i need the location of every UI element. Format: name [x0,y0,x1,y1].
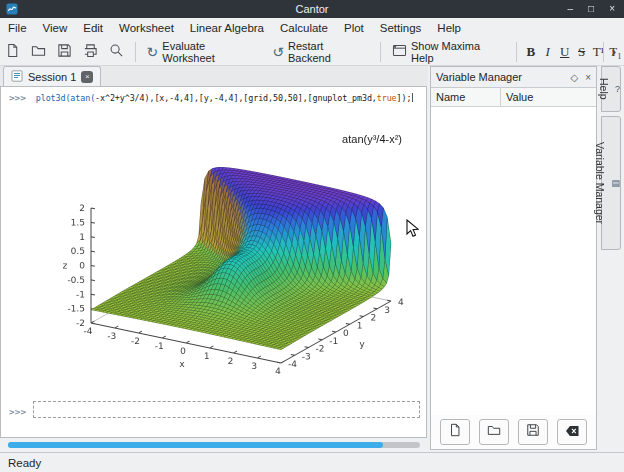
print-button[interactable] [79,40,103,64]
side-tab-help[interactable]: ? Help [601,66,621,112]
variable-manager-panel: Variable Manager ◇ × Name Value [430,66,597,450]
empty-command-entry[interactable] [33,401,420,418]
clear-backspace-icon [565,423,580,441]
restart-icon: ↺ [272,45,284,59]
close-button[interactable]: × [609,0,615,18]
menu-view[interactable]: View [35,18,76,38]
worksheet: >>> plot3d(atan(-x^2+y^3/4),[x,-4,4],[y,… [0,86,427,438]
menu-plot[interactable]: Plot [336,18,372,38]
tab-session-1[interactable]: Session 1 × [3,66,101,86]
evaluate-worksheet-button[interactable]: ↻ Evaluate Worksheet [141,40,267,64]
show-maxima-help-button[interactable]: Show Maxima Help [386,40,511,64]
command-prompt: >>> [9,92,26,103]
cantor-app-icon [6,3,18,15]
help-icon: ? [615,84,620,94]
restart-backend-button[interactable]: ↺ Restart Backend [266,40,375,64]
side-tab-strip: ? Help ▤ Variable Manager [599,66,624,452]
toolbar-separator [380,42,381,62]
toolbar-separator [603,42,604,62]
command-segment: plot3d( [36,93,71,103]
restart-label: Restart Backend [288,40,369,64]
toolbar-overflow-button[interactable]: › [606,42,622,62]
side-tab-label: Help [598,78,610,100]
menu-help[interactable]: Help [429,18,469,38]
progress-fill [8,442,383,448]
new-worksheet-button[interactable] [1,40,25,64]
evaluate-icon: ↻ [147,45,159,59]
new-document-icon [5,43,20,60]
toolbar-separator [516,42,517,62]
menu-settings[interactable]: Settings [372,18,430,38]
maximize-button[interactable]: □ [588,0,594,18]
bold-button[interactable]: B [522,41,539,63]
titlebar: Cantor – □ × [0,0,624,18]
progress-bar [8,442,420,448]
variable-table-body [431,107,596,415]
printer-icon [83,43,98,60]
panel-footer [431,415,596,449]
menu-calculate[interactable]: Calculate [272,18,336,38]
menu-edit[interactable]: Edit [75,18,111,38]
panel-float-icon[interactable]: ◇ [570,72,578,83]
clear-variables-button[interactable] [557,419,587,445]
save-variables-button[interactable] [518,419,548,445]
menu-worksheet[interactable]: Worksheet [111,18,182,38]
panel-header: Variable Manager ◇ × [431,67,596,88]
table-icon: ▤ [611,178,620,188]
worksheet-icon [11,70,23,84]
command-segment: true [377,93,397,103]
plot3d-canvas [51,111,431,403]
maxima-help-label: Show Maxima Help [411,40,505,64]
superscript-button[interactable]: T¹ [590,41,607,63]
toolbar-separator [135,42,136,62]
side-tab-label: Variable Manager [594,142,606,224]
empty-entry-row: >>> [9,401,426,419]
column-header-value[interactable]: Value [501,88,538,106]
side-tab-variable-manager[interactable]: ▤ Variable Manager [601,116,621,250]
evaluate-label: Evaluate Worksheet [162,40,260,64]
open-worksheet-button[interactable] [27,40,51,64]
statusbar: Ready [0,452,624,472]
column-header-name[interactable]: Name [431,88,501,106]
tab-label: Session 1 [28,71,76,83]
italic-button[interactable]: I [539,41,556,63]
command-segment: atan( [70,93,95,103]
variable-table-header: Name Value [431,88,596,107]
strikeout-button[interactable]: S [573,41,590,63]
underline-button[interactable]: U [556,41,573,63]
toolbar: ↻ Evaluate Worksheet ↺ Restart Backend S… [0,38,624,66]
menubar: File View Edit Worksheet Linear Algebra … [0,18,624,38]
tab-close-icon[interactable]: × [81,71,93,83]
status-text: Ready [8,457,41,469]
plot-title: atan(y³/4-x²) [342,133,402,145]
load-variables-button[interactable] [479,419,509,445]
new-variable-button[interactable] [440,419,470,445]
save-worksheet-button[interactable] [53,40,77,64]
save-icon [526,423,540,441]
minimize-button[interactable]: – [568,0,574,18]
command-entry[interactable]: >>> plot3d(atan(-x^2+y^3/4),[x,-4,4],[y,… [9,92,422,103]
text-caret [412,93,413,102]
open-folder-icon [31,43,46,60]
command-segment: -x^2+y^3/4),[x,-4,4],[y,-4,4],[grid,50,5… [95,93,377,103]
progress-zone [0,438,428,452]
command-segment: ]); [397,93,412,103]
magnifier-icon [109,43,124,60]
menu-linear-algebra[interactable]: Linear Algebra [182,18,272,38]
tabbar: Session 1 × [0,66,428,86]
menu-file[interactable]: File [0,18,35,38]
window-title: Cantor [0,3,624,15]
entry-prompt: >>> [9,406,26,417]
zoom-button[interactable] [105,40,129,64]
help-window-icon [392,44,407,59]
new-document-icon [448,423,462,441]
folder-icon [487,423,501,441]
panel-title: Variable Manager [436,71,522,83]
save-icon [57,43,72,60]
panel-close-icon[interactable]: × [585,72,591,83]
